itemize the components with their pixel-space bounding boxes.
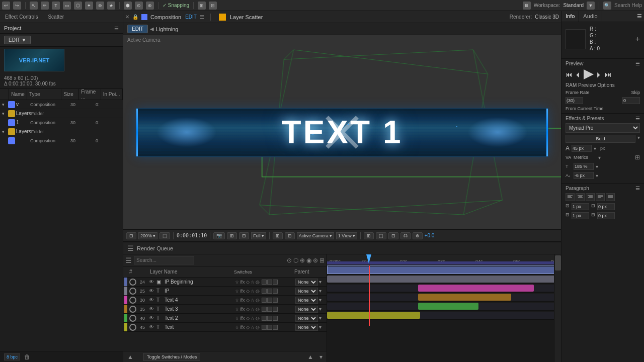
parent-arrow-0[interactable]: ▾ [319,279,321,285]
sw-diamond-5[interactable]: ◇ [246,325,250,330]
trash-icon[interactable]: 🗑 [24,353,30,360]
sw-box2-4[interactable] [267,316,272,321]
toolbar-icon-shape[interactable]: ▭ [63,2,71,10]
sw-box3-5[interactable] [273,325,278,330]
sw-box1-0[interactable] [262,280,267,285]
sw-box1-2[interactable] [262,298,267,303]
prev-first-btn[interactable]: ⏮ [566,70,573,78]
sw-fx-3[interactable]: /fx [240,307,245,312]
tab-info[interactable]: Info [561,11,579,22]
sw-fx-5[interactable]: /fx [240,325,245,330]
render-queue-label[interactable]: Render Queue [137,245,173,251]
toolbar-icon-redo[interactable]: ↪ [13,2,21,10]
sw-diamond-1[interactable]: ◇ [246,289,250,294]
skip-value-input[interactable] [622,97,640,104]
work-area-bar[interactable] [327,261,561,264]
toolbar-icon-light[interactable]: ★ [107,2,115,10]
project-item-3[interactable]: ▾ Layers Folder [0,127,123,136]
project-item-0[interactable]: ▾ v Composition 30 0: [0,100,123,109]
timeline-scrollbar[interactable] [554,254,561,362]
resolution-btn[interactable]: ⬚ [159,232,170,239]
toolbar-icon-distribute[interactable]: ⊟ [209,2,217,10]
align-right-btn[interactable] [586,193,595,201]
toolbar-icon-camera[interactable]: ⊕ [96,2,104,10]
layer-eye-5[interactable]: 👁 [147,324,155,330]
layer-tool-6[interactable]: ⊞ [319,257,325,264]
sw-box2-5[interactable] [267,325,272,330]
camera-dropdown[interactable]: Active Camera ▾ [297,232,334,239]
view-options-btn[interactable]: ⊞ [364,232,374,239]
metrics-option[interactable]: ⊞ [635,154,640,161]
tracking-stepper[interactable]: ▾ [596,164,598,169]
zoom-dropdown[interactable]: 200% ▾ [138,232,157,239]
layer-tool-3[interactable]: ⊕ [300,257,305,264]
baseline-stepper[interactable]: ▾ [596,173,598,178]
metrics-dropdown[interactable]: ▾ [598,155,601,160]
track-row-text2-track[interactable] [327,302,561,311]
track-bar-0[interactable] [327,266,561,274]
parent-arrow-2[interactable]: ▾ [319,297,321,303]
composition-tab-label[interactable]: Composition [150,14,181,20]
timeline-hamburger[interactable]: ☰ [127,244,134,252]
layer-menu-icon[interactable]: ☰ [125,256,132,264]
grid-btn[interactable]: ⊞ [273,232,283,239]
sw-box3-2[interactable] [273,298,278,303]
search-icon[interactable]: 🔍 [603,2,611,10]
track-row-text3-track[interactable] [327,293,561,302]
sw-fx-2[interactable]: /fx [240,298,245,303]
layer-row-ip[interactable]: 25 👁 T IP ☆ /fx ◇ ☆ ◎ [123,287,327,296]
parent-arrow-3[interactable]: ▾ [319,306,321,312]
sw-circle-0[interactable]: ◎ [256,280,260,285]
toolbar-icon-orbit[interactable]: ⊙ [135,2,143,10]
font-size-input[interactable] [572,145,592,152]
track-bar-text4[interactable] [418,285,534,292]
sw-star-3[interactable]: ☆ [235,307,239,312]
composition-viewer[interactable]: Active Camera [123,35,561,229]
tracking-input[interactable] [574,163,594,170]
transparency-btn2[interactable]: ⊟ [239,232,249,239]
timeline-ruler[interactable]: 0:00s 01s 02s 03s 04s 05s 06s 07s 08s 09… [327,254,561,265]
toolbar-icon-pan[interactable]: ⊛ [146,2,154,10]
overlay-btn[interactable]: ⊟ [285,232,295,239]
layer-toggle-2[interactable] [129,297,136,304]
parent-select-3[interactable]: None [295,306,318,313]
renderer-value[interactable]: Classic 3D [535,14,559,20]
font-name-select[interactable]: Myriad Pro [566,123,640,133]
prev-last-btn[interactable]: ⏭ [605,70,612,78]
project-item-1[interactable]: ▾ Layers Folder [0,109,123,118]
sw-lock-3[interactable]: ☆ [251,307,255,312]
exposure-value[interactable]: +0.0 [425,233,435,238]
sw-star-5[interactable]: ☆ [235,325,239,330]
track-row-text-track[interactable] [327,311,561,320]
layer-eye-4[interactable]: 👁 [147,315,155,321]
space-before-input[interactable] [572,212,589,219]
layer-row-text3[interactable]: 35 👁 T Text 3 ☆ /fx ◇ ☆ ◎ [123,305,327,314]
sw-circle-5[interactable]: ◎ [256,325,260,330]
space-after-input[interactable] [597,212,615,219]
edit-button[interactable]: EDIT ▼ [4,36,31,44]
prev-fwd-btn[interactable]: ⏵ [596,70,603,78]
composition-edit-label[interactable]: EDIT [185,14,197,20]
transparency-btn[interactable]: ⊞ [227,232,237,239]
layer-toggle-3[interactable] [129,306,136,313]
parent-select-0[interactable]: None [295,279,318,286]
layer-tool-5[interactable]: ⊛ [313,257,318,264]
sw-diamond-4[interactable]: ◇ [246,316,250,321]
track-row-ip-beginning[interactable] [327,265,561,275]
breadcrumb-edit-btn[interactable]: EDIT [127,25,148,33]
tab-audio[interactable]: Audio [579,11,602,22]
project-item-2[interactable]: ▸ 1 Composition 30 0: [0,118,123,127]
track-bar-text3[interactable] [418,294,511,301]
sw-box1-1[interactable] [262,289,267,294]
sw-lock-0[interactable]: ☆ [251,280,255,285]
3d-view-btn[interactable]: ☊ [400,232,411,239]
toolbar-icon-puppet[interactable]: ✦ [85,2,93,10]
sw-star-2[interactable]: ☆ [235,298,239,303]
collapse-icon-tl[interactable]: ▾ [319,353,323,360]
sw-box3-4[interactable] [273,316,278,321]
sw-lock-1[interactable]: ☆ [251,289,255,294]
view-dropdown[interactable]: 1 View ▾ [336,232,357,239]
indent-left-input[interactable] [572,203,589,210]
project-menu-icon[interactable]: ☰ [114,26,119,31]
tab-effect-controls[interactable]: Effect Controls [2,13,41,21]
